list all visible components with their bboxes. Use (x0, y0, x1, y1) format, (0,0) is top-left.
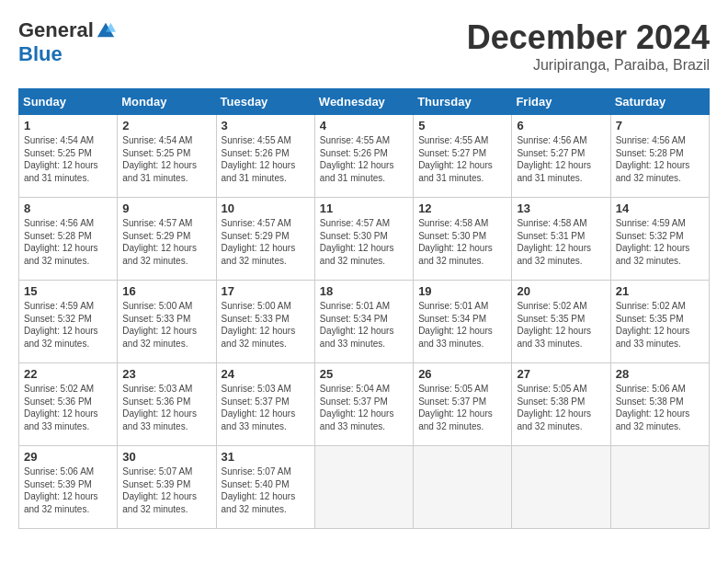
week-row-5: 29 Sunrise: 5:06 AM Sunset: 5:39 PM Dayl… (19, 446, 710, 529)
day-info: Sunrise: 5:06 AM Sunset: 5:38 PM Dayligh… (616, 383, 704, 432)
day-info: Sunrise: 4:55 AM Sunset: 5:26 PM Dayligh… (320, 134, 408, 184)
day-number: 28 (616, 367, 704, 381)
weekday-header-row: SundayMondayTuesdayWednesdayThursdayFrid… (19, 89, 710, 115)
weekday-header-friday: Friday (512, 89, 610, 115)
day-cell-12: 12 Sunrise: 4:58 AM Sunset: 5:30 PM Dayl… (414, 198, 512, 281)
location-subtitle: Juripiranga, Paraiba, Brazil (467, 57, 710, 74)
day-info: Sunrise: 4:55 AM Sunset: 5:27 PM Dayligh… (418, 134, 506, 184)
day-number: 24 (222, 367, 310, 381)
day-info: Sunrise: 4:54 AM Sunset: 5:25 PM Dayligh… (122, 134, 210, 184)
day-cell-10: 10 Sunrise: 4:57 AM Sunset: 5:29 PM Dayl… (216, 198, 314, 281)
day-number: 12 (418, 201, 506, 215)
day-cell-22: 22 Sunrise: 5:02 AM Sunset: 5:36 PM Dayl… (19, 363, 118, 446)
day-cell-30: 30 Sunrise: 5:07 AM Sunset: 5:39 PM Dayl… (118, 446, 216, 529)
day-number: 18 (320, 284, 408, 298)
empty-cell (314, 446, 413, 529)
day-number: 29 (24, 450, 112, 464)
day-cell-14: 14 Sunrise: 4:59 AM Sunset: 5:32 PM Dayl… (610, 198, 709, 281)
day-info: Sunrise: 5:03 AM Sunset: 5:37 PM Dayligh… (222, 383, 310, 432)
day-number: 22 (24, 367, 112, 381)
day-number: 1 (24, 119, 112, 132)
day-number: 13 (517, 201, 605, 215)
day-number: 31 (222, 450, 310, 464)
month-title: December 2024 (467, 18, 710, 57)
day-cell-11: 11 Sunrise: 4:57 AM Sunset: 5:30 PM Dayl… (314, 198, 413, 281)
day-cell-15: 15 Sunrise: 4:59 AM Sunset: 5:32 PM Dayl… (19, 281, 118, 363)
day-cell-26: 26 Sunrise: 5:05 AM Sunset: 5:37 PM Dayl… (414, 363, 512, 446)
day-cell-28: 28 Sunrise: 5:06 AM Sunset: 5:38 PM Dayl… (610, 363, 709, 446)
logo-general-text: General (18, 18, 94, 42)
day-cell-17: 17 Sunrise: 5:00 AM Sunset: 5:33 PM Dayl… (216, 281, 314, 363)
day-cell-1: 1 Sunrise: 4:54 AM Sunset: 5:25 PM Dayli… (19, 115, 118, 198)
day-info: Sunrise: 4:58 AM Sunset: 5:31 PM Dayligh… (517, 217, 605, 267)
day-number: 21 (616, 284, 704, 298)
weekday-header-sunday: Sunday (19, 89, 118, 115)
weekday-header-tuesday: Tuesday (216, 89, 314, 115)
day-info: Sunrise: 4:56 AM Sunset: 5:28 PM Dayligh… (24, 217, 112, 267)
day-number: 25 (320, 367, 408, 381)
day-info: Sunrise: 4:54 AM Sunset: 5:25 PM Dayligh… (24, 134, 112, 184)
day-cell-19: 19 Sunrise: 5:01 AM Sunset: 5:34 PM Dayl… (414, 281, 512, 363)
day-cell-31: 31 Sunrise: 5:07 AM Sunset: 5:40 PM Dayl… (216, 446, 314, 529)
day-cell-7: 7 Sunrise: 4:56 AM Sunset: 5:28 PM Dayli… (610, 115, 709, 198)
day-cell-20: 20 Sunrise: 5:02 AM Sunset: 5:35 PM Dayl… (512, 281, 610, 363)
day-number: 5 (418, 119, 506, 132)
calendar-table: SundayMondayTuesdayWednesdayThursdayFrid… (18, 88, 710, 529)
day-cell-21: 21 Sunrise: 5:02 AM Sunset: 5:35 PM Dayl… (610, 281, 709, 363)
day-cell-18: 18 Sunrise: 5:01 AM Sunset: 5:34 PM Dayl… (314, 281, 413, 363)
day-cell-27: 27 Sunrise: 5:05 AM Sunset: 5:38 PM Dayl… (512, 363, 610, 446)
logo-icon (96, 20, 116, 40)
day-info: Sunrise: 5:02 AM Sunset: 5:36 PM Dayligh… (24, 383, 112, 432)
empty-cell (414, 446, 512, 529)
day-number: 23 (122, 367, 210, 381)
day-info: Sunrise: 5:07 AM Sunset: 5:40 PM Dayligh… (222, 465, 310, 515)
week-row-4: 22 Sunrise: 5:02 AM Sunset: 5:36 PM Dayl… (19, 363, 710, 446)
day-cell-3: 3 Sunrise: 4:55 AM Sunset: 5:26 PM Dayli… (216, 115, 314, 198)
empty-cell (610, 446, 709, 529)
day-info: Sunrise: 5:05 AM Sunset: 5:38 PM Dayligh… (517, 383, 605, 432)
day-number: 20 (517, 284, 605, 298)
day-number: 3 (222, 119, 310, 132)
day-number: 7 (616, 119, 704, 132)
logo-blue-text: Blue (18, 42, 63, 66)
day-cell-13: 13 Sunrise: 4:58 AM Sunset: 5:31 PM Dayl… (512, 198, 610, 281)
day-number: 9 (122, 201, 210, 215)
day-number: 19 (418, 284, 506, 298)
day-info: Sunrise: 4:57 AM Sunset: 5:29 PM Dayligh… (122, 217, 210, 267)
weekday-header-thursday: Thursday (414, 89, 512, 115)
day-number: 11 (320, 201, 408, 215)
day-info: Sunrise: 4:56 AM Sunset: 5:27 PM Dayligh… (517, 134, 605, 184)
day-number: 30 (122, 450, 210, 464)
day-cell-29: 29 Sunrise: 5:06 AM Sunset: 5:39 PM Dayl… (19, 446, 118, 529)
day-number: 27 (517, 367, 605, 381)
day-info: Sunrise: 5:02 AM Sunset: 5:35 PM Dayligh… (616, 300, 704, 350)
day-number: 16 (122, 284, 210, 298)
day-info: Sunrise: 5:01 AM Sunset: 5:34 PM Dayligh… (320, 300, 408, 350)
day-cell-25: 25 Sunrise: 5:04 AM Sunset: 5:37 PM Dayl… (314, 363, 413, 446)
day-info: Sunrise: 5:00 AM Sunset: 5:33 PM Dayligh… (222, 300, 310, 350)
day-info: Sunrise: 4:58 AM Sunset: 5:30 PM Dayligh… (418, 217, 506, 267)
week-row-2: 8 Sunrise: 4:56 AM Sunset: 5:28 PM Dayli… (19, 198, 710, 281)
day-number: 10 (222, 201, 310, 215)
title-block: December 2024 Juripiranga, Paraiba, Braz… (467, 18, 710, 74)
day-number: 14 (616, 201, 704, 215)
day-info: Sunrise: 4:57 AM Sunset: 5:30 PM Dayligh… (320, 217, 408, 267)
day-info: Sunrise: 5:01 AM Sunset: 5:34 PM Dayligh… (418, 300, 506, 350)
empty-cell (512, 446, 610, 529)
day-number: 26 (418, 367, 506, 381)
week-row-3: 15 Sunrise: 4:59 AM Sunset: 5:32 PM Dayl… (19, 281, 710, 363)
day-info: Sunrise: 4:59 AM Sunset: 5:32 PM Dayligh… (616, 217, 704, 267)
day-cell-8: 8 Sunrise: 4:56 AM Sunset: 5:28 PM Dayli… (19, 198, 118, 281)
logo: General Blue (18, 18, 116, 66)
day-info: Sunrise: 5:05 AM Sunset: 5:37 PM Dayligh… (418, 383, 506, 432)
day-info: Sunrise: 4:55 AM Sunset: 5:26 PM Dayligh… (222, 134, 310, 184)
day-cell-16: 16 Sunrise: 5:00 AM Sunset: 5:33 PM Dayl… (118, 281, 216, 363)
page-header: General Blue December 2024 Juripiranga, … (18, 18, 710, 74)
day-info: Sunrise: 5:06 AM Sunset: 5:39 PM Dayligh… (24, 465, 112, 515)
day-cell-2: 2 Sunrise: 4:54 AM Sunset: 5:25 PM Dayli… (118, 115, 216, 198)
day-info: Sunrise: 4:57 AM Sunset: 5:29 PM Dayligh… (222, 217, 310, 267)
day-info: Sunrise: 5:04 AM Sunset: 5:37 PM Dayligh… (320, 383, 408, 432)
week-row-1: 1 Sunrise: 4:54 AM Sunset: 5:25 PM Dayli… (19, 115, 710, 198)
day-cell-4: 4 Sunrise: 4:55 AM Sunset: 5:26 PM Dayli… (314, 115, 413, 198)
weekday-header-wednesday: Wednesday (314, 89, 413, 115)
